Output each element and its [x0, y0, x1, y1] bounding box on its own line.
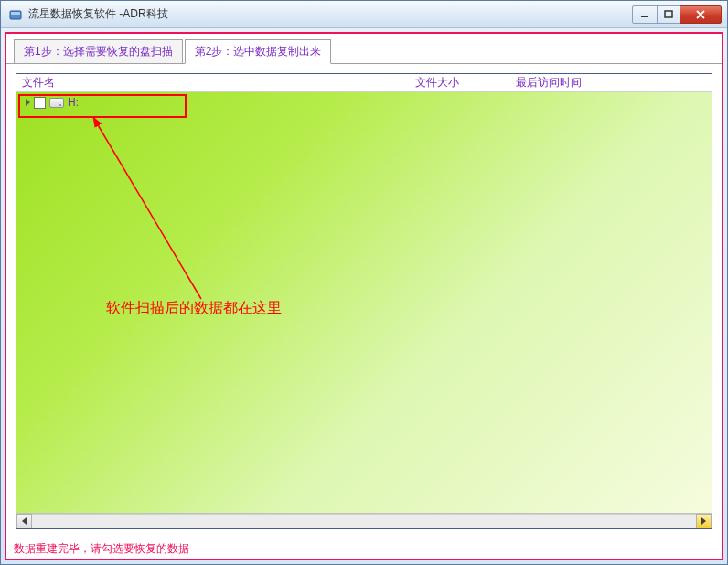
tree-body: H: — [16, 92, 712, 513]
scroll-left-button[interactable] — [16, 514, 32, 528]
minimize-button[interactable] — [632, 5, 658, 24]
data-frame: 文件名 文件大小 最后访问时间 H: — [16, 73, 712, 529]
tree-row-drive[interactable]: H: — [16, 92, 712, 111]
scroll-right-button[interactable] — [696, 514, 712, 528]
chevron-left-icon — [22, 517, 27, 525]
tab-step2[interactable]: 第2步：选中数据复制出来 — [185, 39, 332, 64]
status-text: 数据重建完毕，请勾选要恢复的数据 — [14, 541, 189, 557]
client-area: 第1步：选择需要恢复的盘扫描 第2步：选中数据复制出来 文件名 文件大小 最后访… — [5, 32, 723, 560]
statusbar: 数据重建完毕，请勾选要恢复的数据 — [6, 538, 722, 559]
app-window: 流星数据恢复软件 -ADR科技 第1步：选择需要恢复的盘扫描 第2步：选中数据复… — [0, 0, 728, 565]
header-filename[interactable]: 文件名 — [22, 75, 415, 91]
window-title: 流星数据恢复软件 -ADR科技 — [28, 6, 633, 22]
tabbar: 第1步：选择需要恢复的盘扫描 第2步：选中数据复制出来 — [6, 34, 722, 64]
header-lastaccess[interactable]: 最后访问时间 — [516, 75, 706, 91]
svg-rect-3 — [665, 11, 672, 17]
app-icon — [8, 7, 23, 22]
list-header: 文件名 文件大小 最后访问时间 — [16, 74, 712, 92]
horizontal-scrollbar[interactable] — [16, 513, 712, 528]
svg-rect-1 — [11, 12, 20, 15]
header-filesize[interactable]: 文件大小 — [415, 75, 516, 91]
tab-divider — [6, 63, 722, 64]
maximize-button[interactable] — [657, 5, 680, 24]
drive-checkbox[interactable] — [34, 97, 46, 109]
content-area: 文件名 文件大小 最后访问时间 H: — [6, 64, 722, 538]
scroll-track[interactable] — [32, 514, 696, 528]
expand-icon[interactable] — [26, 99, 30, 106]
drive-label: H: — [68, 96, 79, 109]
chevron-right-icon — [701, 517, 706, 525]
titlebar[interactable]: 流星数据恢复软件 -ADR科技 — [1, 1, 727, 28]
close-button[interactable] — [680, 5, 722, 24]
window-controls — [633, 5, 722, 24]
tab-step1[interactable]: 第1步：选择需要恢复的盘扫描 — [14, 39, 183, 64]
drive-icon — [49, 98, 64, 108]
